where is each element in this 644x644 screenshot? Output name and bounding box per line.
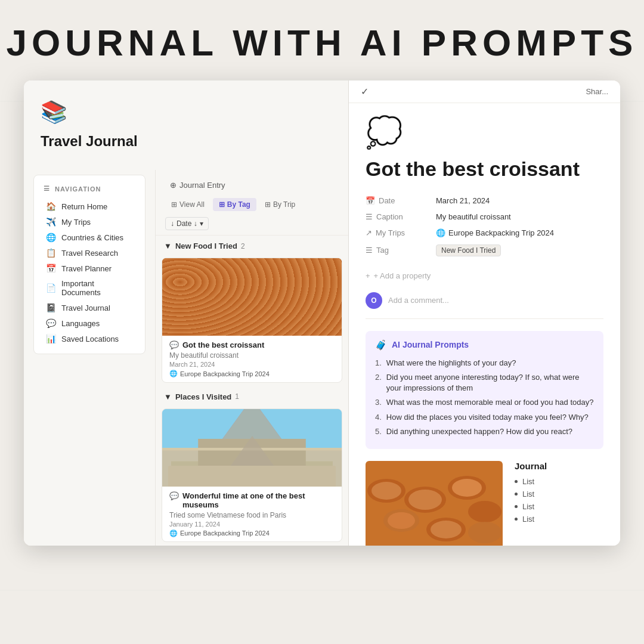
- left-panel-inner: ☰ NAVIGATION 🏠 Return Home ✈️ My Trips 🌐…: [24, 170, 348, 546]
- chat-icon: 💬: [46, 318, 55, 328]
- journal-list-item-2: List: [515, 490, 603, 499]
- document-icon: 📄: [46, 283, 55, 293]
- entry-card-louvre[interactable]: 💬 Wonderful time at one of the best muse…: [162, 408, 342, 542]
- comment-input[interactable]: Add a comment...: [388, 296, 449, 305]
- sidebar-item-important-documents[interactable]: 📄 Important Documents: [34, 276, 145, 300]
- mytrips-property-label: ↗ My Trips: [366, 225, 431, 240]
- properties-table: 📅 Date March 21, 2024 ☰ Caption My beaut…: [366, 193, 603, 259]
- ai-prompt-4: How did the places you visited today mak…: [375, 412, 594, 423]
- journal-list-item-3: List: [515, 502, 603, 511]
- svg-point-6: [217, 275, 260, 301]
- tab-view-all[interactable]: ⊞ View All: [165, 198, 210, 211]
- nav-panel: ☰ NAVIGATION 🏠 Return Home ✈️ My Trips 🌐…: [33, 175, 145, 354]
- svg-point-12: [240, 309, 290, 336]
- date-property-label: 📅 Date: [366, 193, 431, 208]
- right-content: 💭 Got the best croissant 📅 Date March 21…: [349, 103, 620, 546]
- home-icon: 🏠: [46, 202, 55, 211]
- bullet-4: [515, 518, 518, 521]
- sidebar-item-saved-locations[interactable]: 📊 Saved Locations: [34, 331, 145, 346]
- entry-card-croissant[interactable]: 💬 Got the best croissant My beautiful cr…: [162, 258, 342, 383]
- svg-point-31: [468, 501, 501, 522]
- svg-point-3: [164, 264, 214, 294]
- calendar-prop-icon: 📅: [366, 196, 375, 205]
- nav-header: ☰ NAVIGATION: [34, 182, 145, 199]
- sidebar-item-return-home[interactable]: 🏠 Return Home: [34, 199, 145, 214]
- bullet-1: [515, 480, 518, 483]
- journal-title: Travel Journal: [41, 133, 332, 150]
- group-header-places: ▼ Places I Visited 1: [156, 386, 348, 405]
- tag-prop-icon: ☰: [366, 246, 373, 255]
- plus-circle-icon: ⊕: [170, 181, 177, 190]
- filter-row: ↓ Date ↓ ▾: [165, 217, 339, 230]
- svg-rect-22: [297, 475, 315, 487]
- sidebar-item-languages[interactable]: 💬 Languages: [34, 315, 145, 331]
- left-panel-header: 📚 Travel Journal: [24, 80, 348, 170]
- right-topbar: ✓ Shar...: [349, 80, 620, 103]
- journal-section-title: Journal: [515, 461, 603, 471]
- speech-bubble-icon: 💬: [169, 340, 179, 349]
- add-property-button[interactable]: + + Add a property: [366, 269, 603, 283]
- journal-list-item-4: List: [515, 515, 603, 524]
- card-body-croissant: 💬 Got the best croissant My beautiful cr…: [162, 336, 342, 383]
- journal-croissant-image: [366, 461, 503, 546]
- svg-point-14: [292, 318, 338, 336]
- svg-rect-16: [162, 448, 342, 487]
- svg-point-30: [452, 479, 482, 497]
- plane-icon: ✈️: [46, 217, 55, 227]
- journal-section: Journal List List List: [515, 461, 603, 546]
- list-header: ⊕ Journal Entry ⊞ View All ⊞ By Tag: [156, 170, 348, 236]
- tab-by-tag[interactable]: ⊞ By Tag: [213, 198, 256, 211]
- share-button[interactable]: Shar...: [586, 87, 608, 96]
- trip-globe-icon-2: 🌐: [169, 530, 178, 537]
- svg-rect-21: [243, 475, 261, 487]
- tag-badge[interactable]: New Food I Tried: [436, 244, 501, 256]
- briefcase-icon: 🧳: [375, 339, 387, 351]
- clipboard-icon: 📋: [46, 248, 55, 258]
- svg-point-4: [169, 267, 209, 290]
- sidebar-item-my-trips[interactable]: ✈️ My Trips: [34, 214, 145, 230]
- calendar-icon: 📅: [46, 264, 55, 273]
- trip-grid-icon: ⊞: [265, 200, 271, 209]
- bottom-content: Journal List List List: [366, 461, 603, 546]
- sidebar-item-travel-planner[interactable]: 📅 Travel Planner: [34, 261, 145, 276]
- sidebar-item-travel-journal[interactable]: 📓 Travel Journal: [34, 300, 145, 315]
- comment-row: O Add a comment...: [366, 292, 603, 319]
- date-filter-button[interactable]: ↓ Date ↓ ▾: [165, 217, 209, 230]
- book-icon: 📓: [46, 303, 55, 312]
- bullet-3: [515, 505, 518, 508]
- group-header-food: ▼ New Food I Tried 2: [156, 236, 348, 254]
- svg-point-10: [188, 301, 235, 329]
- ai-prompts-header: 🧳 AI Journal Prompts: [375, 339, 594, 351]
- tag-grid-icon: ⊞: [219, 200, 225, 209]
- ai-prompt-1: What were the highlights of your day?: [375, 358, 594, 369]
- svg-rect-20: [189, 475, 207, 487]
- tab-by-trip[interactable]: ⊞ By Trip: [259, 198, 301, 211]
- view-tabs: ⊞ View All ⊞ By Tag ⊞ By Trip: [165, 198, 339, 211]
- svg-point-33: [388, 512, 415, 529]
- list-toolbar: ⊕ Journal Entry: [165, 178, 339, 192]
- mytrips-property-value: 🌐 Europe Backpacking Trip 2024: [431, 225, 603, 240]
- sort-icon: ↓: [171, 219, 174, 228]
- mytrips-prop-icon: ↗: [366, 228, 372, 237]
- mytrips-globe-icon: 🌐: [436, 228, 445, 237]
- check-icon: ✓: [361, 86, 369, 97]
- add-journal-entry-button[interactable]: ⊕ Journal Entry: [165, 178, 230, 192]
- grid-icon: ⊞: [171, 200, 177, 209]
- svg-point-8: [273, 263, 312, 286]
- entry-title: Got the best croissant: [366, 157, 603, 181]
- svg-point-5: [212, 272, 265, 304]
- page-header: JOURNAL WITH AI PROMPTS: [0, 0, 644, 80]
- user-avatar: O: [366, 292, 382, 309]
- left-panel: 📚 Travel Journal ☰ NAVIGATION 🏠 Return H…: [24, 80, 349, 546]
- date-property-value[interactable]: March 21, 2024: [431, 193, 603, 208]
- sidebar-item-travel-research[interactable]: 📋 Travel Research: [34, 245, 145, 261]
- sidebar-item-countries-cities[interactable]: 🌐 Countries & Cities: [34, 230, 145, 245]
- caption-property-value[interactable]: My beautiful croissant: [431, 209, 603, 224]
- chevron-down-icon: ▾: [200, 219, 203, 228]
- sidebar-column: ☰ NAVIGATION 🏠 Return Home ✈️ My Trips 🌐…: [24, 170, 155, 546]
- ai-prompt-5: Did anything unexpected happen? How did …: [375, 426, 594, 437]
- svg-rect-23: [162, 448, 342, 451]
- journal-list-item-1: List: [515, 477, 603, 486]
- speech-bubble-icon-2: 💬: [169, 491, 179, 500]
- main-ui-container: 📚 Travel Journal ☰ NAVIGATION 🏠 Return H…: [24, 80, 620, 546]
